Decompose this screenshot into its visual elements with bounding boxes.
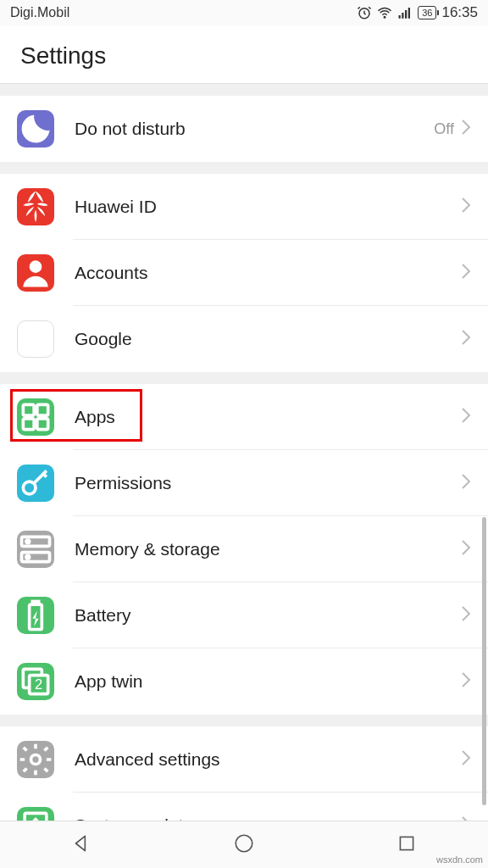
svg-point-6 (30, 260, 42, 273)
row-permissions[interactable]: Permissions (0, 450, 488, 516)
carrier-label: Digi.Mobil (10, 5, 69, 20)
svg-rect-9 (23, 419, 34, 430)
group-separator (0, 162, 488, 174)
gear-icon (17, 741, 54, 778)
status-icons: 36 16:35 (357, 4, 478, 21)
row-label: Battery (75, 605, 461, 626)
svg-rect-17 (32, 602, 38, 605)
scrollbar[interactable] (482, 517, 486, 805)
update-icon (17, 807, 54, 821)
time-label: 16:35 (441, 4, 478, 21)
back-button[interactable] (70, 832, 92, 858)
svg-text:2: 2 (35, 676, 42, 692)
row-label: Google (75, 329, 461, 349)
row-huawei-id[interactable]: Huawei ID (0, 174, 488, 240)
navigation-bar (0, 821, 488, 868)
chevron-right-icon (461, 329, 471, 349)
content-area: Settings Do not disturbOffHuawei IDAccou… (0, 25, 488, 821)
page-title: Settings (20, 42, 468, 70)
alarm-icon (357, 5, 372, 20)
signal-icon (397, 5, 413, 20)
row-label: Accounts (75, 263, 461, 283)
chevron-right-icon (461, 263, 471, 283)
svg-point-11 (23, 481, 36, 494)
recent-button[interactable] (396, 832, 418, 858)
settings-group: Advanced settingsSystem update (0, 726, 488, 821)
battery-indicator: 36 (418, 6, 436, 19)
row-label: Do not disturb (75, 119, 434, 139)
settings-group: AppsPermissionsMemory & storageBattery2A… (0, 384, 488, 715)
svg-rect-10 (37, 419, 48, 430)
chevron-right-icon (461, 539, 471, 559)
home-button[interactable] (233, 832, 255, 858)
status-bar: Digi.Mobil 36 16:35 (0, 0, 488, 25)
battery-icon (17, 597, 54, 634)
svg-point-1 (384, 17, 385, 19)
svg-point-23 (236, 835, 252, 852)
svg-rect-8 (37, 404, 48, 415)
google-icon (17, 320, 54, 358)
row-value: Off (434, 120, 454, 138)
row-memory-storage[interactable]: Memory & storage (0, 516, 488, 582)
group-separator (0, 372, 488, 384)
chevron-right-icon (461, 473, 471, 493)
svg-rect-7 (23, 404, 34, 415)
moon-icon (17, 110, 54, 147)
row-label: Permissions (75, 473, 461, 493)
svg-point-15 (26, 555, 30, 559)
watermark: wsxdn.com (436, 854, 483, 865)
storage-icon (17, 531, 54, 568)
settings-group: Do not disturbOff (0, 96, 488, 162)
row-apps[interactable]: Apps (0, 384, 488, 450)
chevron-right-icon (461, 119, 471, 139)
settings-group: Huawei IDAccountsGoogle (0, 174, 488, 372)
chevron-right-icon (461, 197, 471, 217)
row-battery[interactable]: Battery (0, 582, 488, 648)
huawei-icon (17, 188, 54, 225)
apptwin-icon: 2 (17, 663, 54, 700)
svg-rect-2 (399, 15, 401, 19)
svg-rect-5 (408, 8, 410, 19)
group-separator (0, 84, 488, 96)
row-google[interactable]: Google (0, 306, 488, 372)
apps-icon (17, 398, 54, 436)
svg-rect-24 (400, 837, 413, 849)
row-label: Advanced settings (75, 749, 461, 770)
row-label: Apps (75, 407, 461, 427)
row-do-not-disturb[interactable]: Do not disturbOff (0, 96, 488, 162)
account-icon (17, 254, 54, 292)
group-separator (0, 715, 488, 726)
row-system-update[interactable]: System update (0, 793, 488, 821)
wifi-icon (377, 5, 392, 20)
chevron-right-icon (461, 605, 471, 626)
chevron-right-icon (461, 407, 471, 427)
row-advanced-settings[interactable]: Advanced settings (0, 726, 488, 793)
svg-point-21 (31, 755, 41, 765)
key-icon (17, 465, 54, 502)
svg-rect-4 (405, 10, 407, 19)
page-header: Settings (0, 25, 488, 84)
chevron-right-icon (461, 671, 471, 692)
row-label: App twin (75, 671, 461, 692)
row-label: Memory & storage (75, 539, 461, 559)
svg-point-14 (26, 540, 30, 543)
svg-rect-3 (402, 13, 403, 19)
row-accounts[interactable]: Accounts (0, 240, 488, 306)
row-app-twin[interactable]: 2App twin (0, 648, 488, 715)
chevron-right-icon (461, 749, 471, 770)
row-label: Huawei ID (75, 197, 461, 217)
